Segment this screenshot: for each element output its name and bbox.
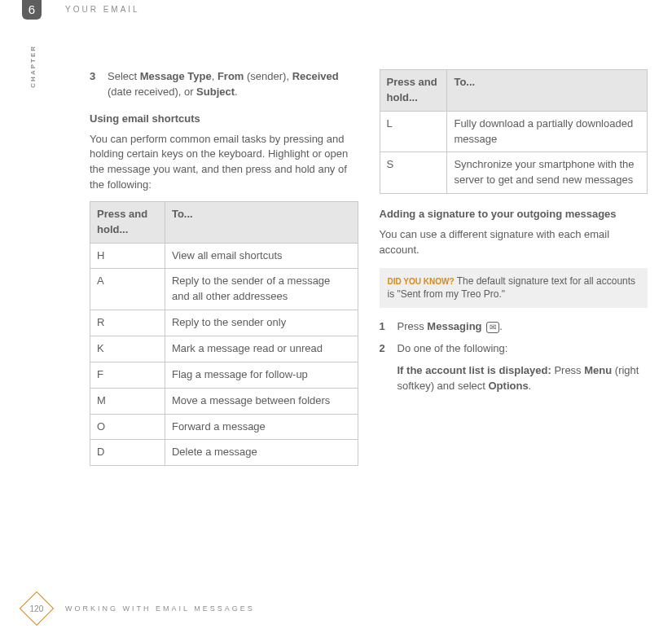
bold-text: Messaging [427,320,481,332]
cell-action: Move a message between folders [165,388,358,414]
shortcut-table-left: Press and hold... To... HView all email … [90,201,358,466]
cell-action: Forward a message [165,414,358,440]
shortcut-table-right: Press and hold... To... LFully download … [380,69,648,194]
cell-key: O [90,414,165,440]
text: , [212,70,217,82]
cell-key: H [90,243,165,269]
th-key: Press and hold... [90,201,165,243]
step-text: Select Message Type, From (sender), Rece… [108,69,358,100]
th-action: To... [447,70,648,112]
th-action: To... [165,201,358,243]
cell-action: View all email shortcuts [165,243,358,269]
did-you-know-box: DID YOU KNOW? The default signature text… [380,268,648,309]
main-content: 3 Select Message Type, From (sender), Re… [90,69,648,588]
bold-text: Received [292,70,339,82]
text: Press [551,364,584,376]
step-text: Press Messaging ✉. [397,319,503,335]
bold-text: Menu [584,364,612,376]
cell-action: Synchronize your smartphone with the ser… [447,152,648,194]
footer-section-title: WORKING WITH EMAIL MESSAGES [65,604,255,613]
left-column: 3 Select Message Type, From (sender), Re… [90,69,358,588]
bold-text: Options [489,380,529,392]
cell-key: K [90,336,165,362]
step-3: 3 Select Message Type, From (sender), Re… [90,69,358,100]
cell-key: S [380,152,447,194]
step-number: 3 [90,69,99,100]
bold-text: Message Type [140,70,212,82]
text: . [499,320,503,332]
cell-action: Reply to the sender of a message and all… [165,269,358,310]
signature-intro: You can use a different signature with e… [380,227,648,258]
text: . [529,380,532,392]
step-1: 1 Press Messaging ✉. [380,319,648,335]
page-number: 120 [30,604,44,613]
intro-paragraph: You can perform common email tasks by pr… [90,132,358,193]
bold-text: From [217,70,244,82]
chapter-side-label: CHAPTER [29,45,37,88]
bold-text: Subject [196,86,235,98]
messaging-icon: ✉ [486,322,499,333]
subheading-shortcuts: Using email shortcuts [90,112,358,127]
cell-action: Reply to the sender only [165,310,358,336]
step-number: 1 [380,319,389,335]
cell-action: Mark a message read or unread [165,336,358,362]
cell-key: L [380,111,447,152]
page-footer: 120 WORKING WITH EMAIL MESSAGES [24,596,648,621]
cell-key: F [90,362,165,388]
text: Select [108,70,140,82]
subheading-signature: Adding a signature to your outgoing mess… [380,207,648,222]
chapter-number-tab: 6 [22,0,42,20]
page-number-badge: 120 [20,591,54,626]
option-account-list: If the account list is displayed: Press … [397,363,648,394]
text: (sender), [244,70,292,82]
text: . [235,86,238,98]
step-text: Do one of the following: [397,341,508,357]
step-number: 2 [380,341,389,357]
page-header-title: YOUR EMAIL [65,5,140,14]
text: Press [397,320,428,332]
cell-action: Delete a message [165,440,358,466]
cell-action: Flag a message for follow-up [165,362,358,388]
cell-key: R [90,310,165,336]
th-key: Press and hold... [380,70,447,112]
cell-key: D [90,440,165,466]
cell-key: A [90,269,165,310]
cell-action: Fully download a partially downloaded me… [447,111,648,152]
text: (date received), or [108,86,196,98]
cell-key: M [90,388,165,414]
bold-text: If the account list is displayed: [397,364,551,376]
step-2: 2 Do one of the following: [380,341,648,357]
tip-label: DID YOU KNOW? [388,277,455,286]
right-column: Press and hold... To... LFully download … [380,69,648,588]
